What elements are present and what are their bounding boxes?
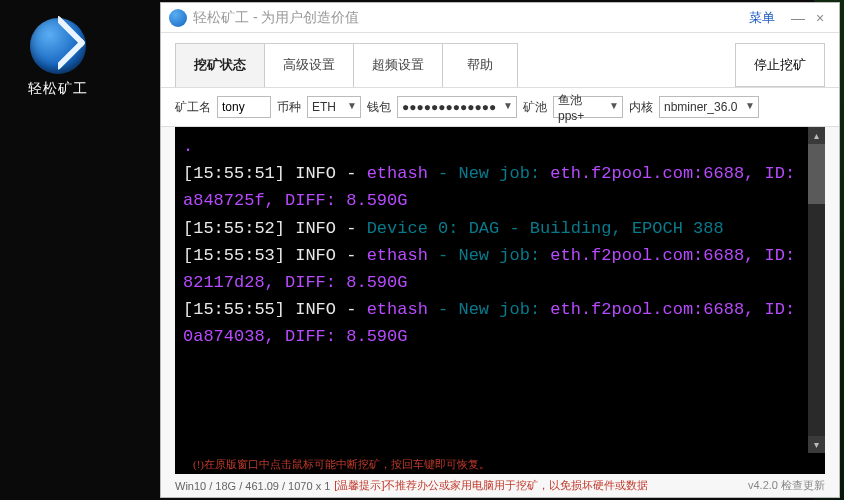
config-row: 矿工名 币种 ETH ▼ 钱包 ●●●●●●●●●●●●● ▼ 矿池 鱼池pps… xyxy=(161,88,839,127)
pool-value: 鱼池pps+ xyxy=(558,92,604,123)
close-button[interactable]: × xyxy=(809,10,831,26)
version-check-link[interactable]: v4.2.0 检查更新 xyxy=(748,478,825,493)
chevron-down-icon[interactable]: ▼ xyxy=(503,100,513,111)
desktop-shortcut-label: 轻松矿工 xyxy=(12,80,104,98)
chevron-down-icon[interactable]: ▼ xyxy=(609,100,619,111)
minimize-button[interactable]: — xyxy=(787,10,809,26)
log-line: [15:55:53] INFO - xyxy=(183,246,367,265)
scroll-thumb[interactable] xyxy=(808,144,825,204)
wallet-select[interactable]: ●●●●●●●●●●●●● ▼ xyxy=(397,96,517,118)
kernel-value: nbminer_36.0 xyxy=(664,100,737,114)
window-title: 轻松矿工 - 为用户创造价值 xyxy=(193,9,359,27)
menu-button[interactable]: 菜单 xyxy=(749,9,775,27)
pool-label: 矿池 xyxy=(523,99,547,116)
mining-log-panel: . [15:55:51] INFO - ethash - New job: et… xyxy=(175,127,825,453)
kernel-select[interactable]: nbminer_36.0 ▼ xyxy=(659,96,759,118)
log-line: [15:55:51] INFO - xyxy=(183,164,367,183)
log-scrollbar[interactable]: ▴ ▾ xyxy=(808,127,825,453)
status-bar: Win10 / 18G / 461.09 / 1070 x 1 [温馨提示]不推… xyxy=(161,474,839,497)
app-window: 轻松矿工 - 为用户创造价值 菜单 — × 挖矿状态 高级设置 超频设置 帮助 … xyxy=(160,2,840,498)
kernel-label: 内核 xyxy=(629,99,653,116)
titlebar-app-icon xyxy=(169,9,187,27)
chevron-down-icon[interactable]: ▼ xyxy=(745,100,755,111)
tab-overclock-settings[interactable]: 超频设置 xyxy=(353,43,443,87)
chevron-down-icon[interactable]: ▼ xyxy=(347,100,357,111)
tab-mining-status[interactable]: 挖矿状态 xyxy=(175,43,265,87)
scroll-up-icon[interactable]: ▴ xyxy=(808,127,825,144)
tab-help[interactable]: 帮助 xyxy=(442,43,518,87)
log-line: [15:55:55] INFO - xyxy=(183,300,367,319)
console-hint: (!)在原版窗口中点击鼠标可能中断挖矿，按回车键即可恢复。 xyxy=(175,453,825,474)
app-icon xyxy=(30,18,86,74)
system-info: Win10 / 18G / 461.09 / 1070 x 1 xyxy=(175,480,330,492)
wallet-label: 钱包 xyxy=(367,99,391,116)
log-dot: . xyxy=(183,137,193,156)
pool-select[interactable]: 鱼池pps+ ▼ xyxy=(553,96,623,118)
log-line: [15:55:52] INFO - xyxy=(183,219,367,238)
wallet-value: ●●●●●●●●●●●●● xyxy=(402,100,496,114)
coin-value: ETH xyxy=(312,100,336,114)
coin-label: 币种 xyxy=(277,99,301,116)
titlebar[interactable]: 轻松矿工 - 为用户创造价值 菜单 — × xyxy=(161,3,839,33)
tab-bar: 挖矿状态 高级设置 超频设置 帮助 停止挖矿 xyxy=(161,33,839,88)
mining-log[interactable]: . [15:55:51] INFO - ethash - New job: et… xyxy=(175,127,808,453)
desktop-shortcut[interactable]: 轻松矿工 xyxy=(12,18,104,98)
scroll-down-icon[interactable]: ▾ xyxy=(808,436,825,453)
miner-name-label: 矿工名 xyxy=(175,99,211,116)
coin-select[interactable]: ETH ▼ xyxy=(307,96,361,118)
status-warning: [温馨提示]不推荐办公或家用电脑用于挖矿，以免损坏硬件或数据 xyxy=(334,478,648,493)
stop-mining-button[interactable]: 停止挖矿 xyxy=(735,43,825,87)
tab-advanced-settings[interactable]: 高级设置 xyxy=(264,43,354,87)
miner-name-input[interactable] xyxy=(217,96,271,118)
